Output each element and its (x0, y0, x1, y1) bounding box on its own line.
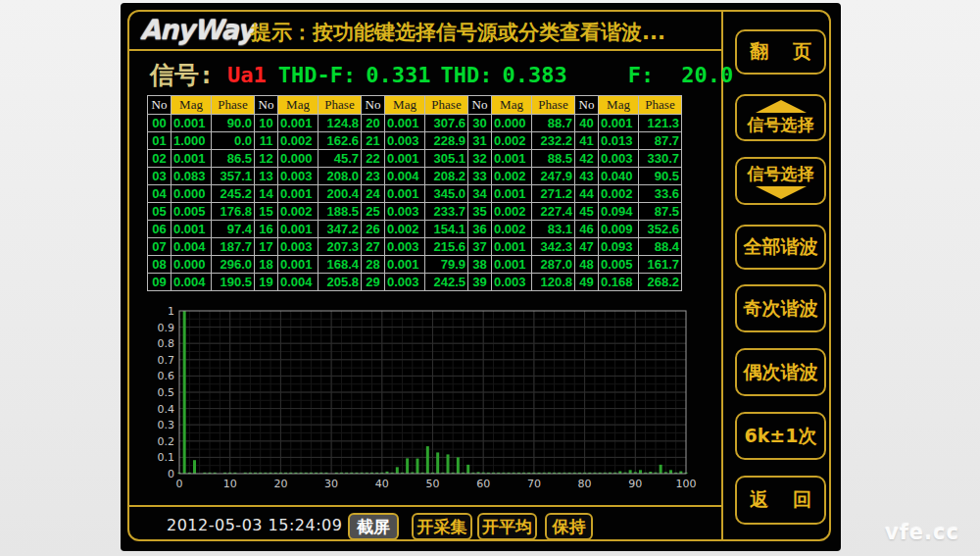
harmonic-phase: 305.1 (425, 150, 468, 168)
harmonic-no: 16 (255, 221, 278, 238)
table-row: 070.004187.7170.003207.3270.003215.6370.… (148, 238, 682, 256)
return-button[interactable]: 返回 (735, 476, 826, 525)
frequency-value: 20.0 (681, 63, 733, 87)
button-label: 全部谐波 (744, 234, 818, 260)
arrow-up-icon (756, 100, 807, 113)
harmonic-phase: 187.7 (212, 238, 255, 256)
svg-text:0.1: 0.1 (158, 451, 175, 464)
col-header-no: No (575, 96, 599, 115)
harmonic-no: 36 (468, 221, 492, 238)
harmonic-no: 07 (148, 238, 172, 256)
thdf-value: 0.331 (366, 63, 430, 87)
harmonic-mag: 0.003 (385, 274, 425, 291)
harmonic-phase: 87.5 (639, 203, 682, 221)
6k-plus-minus-1-button[interactable]: 6k±1次 (735, 412, 826, 460)
harmonic-no: 15 (255, 203, 278, 221)
col-header-mag: Mag (278, 96, 318, 115)
svg-text:0: 0 (168, 468, 174, 480)
col-header-no: No (148, 96, 172, 115)
harmonic-mag: 0.093 (599, 238, 639, 256)
harmonic-mag: 0.001 (278, 256, 318, 274)
screenshot-button[interactable]: 截屏 (348, 513, 399, 540)
harmonic-mag: 0.001 (385, 115, 425, 132)
table-row: 060.00197.4160.001347.2260.002154.1360.0… (148, 221, 682, 238)
harmonic-phase: 83.1 (532, 221, 575, 238)
harmonic-no: 18 (255, 256, 278, 274)
harmonic-mag: 0.001 (492, 150, 532, 168)
col-header-phase: Phase (425, 96, 468, 115)
harmonic-mag: 0.002 (278, 203, 318, 221)
hold-button[interactable]: 保持 (545, 513, 593, 540)
harmonic-no: 06 (148, 221, 172, 238)
table-row: 050.005176.8150.002188.5250.003233.7350.… (148, 203, 682, 221)
harmonic-no: 05 (148, 203, 172, 221)
harmonic-no: 08 (148, 256, 172, 274)
harmonic-no: 45 (575, 203, 599, 221)
harmonic-no: 29 (362, 274, 385, 291)
signal-select-up-button[interactable]: 信号选择 (735, 94, 826, 141)
harmonic-phase: 342.3 (532, 238, 575, 256)
harmonic-no: 14 (255, 185, 278, 203)
svg-text:1: 1 (168, 305, 174, 318)
button-char: 回 (793, 487, 811, 513)
table-row: 040.000245.2140.001200.4240.001345.0340.… (148, 185, 682, 203)
harmonic-no: 10 (255, 115, 278, 132)
svg-text:0.3: 0.3 (158, 419, 175, 431)
harmonic-phase: 88.5 (532, 150, 575, 168)
col-header-phase: Phase (532, 96, 575, 115)
col-header-phase: Phase (639, 96, 682, 115)
svg-text:30: 30 (324, 478, 338, 490)
harmonic-phase: 268.2 (639, 274, 682, 291)
table-row: 090.004190.5190.004205.8290.003242.5390.… (148, 274, 682, 291)
table-header-row: NoMagPhaseNoMagPhaseNoMagPhaseNoMagPhase… (148, 96, 682, 115)
harmonic-no: 01 (148, 132, 172, 150)
harmonic-phase: 242.5 (425, 274, 468, 291)
harmonic-mag: 0.001 (278, 221, 318, 238)
harmonic-no: 03 (148, 168, 172, 185)
harmonic-no: 21 (362, 132, 385, 150)
harmonic-phase: 90.5 (639, 168, 682, 185)
harmonic-mag: 0.002 (492, 221, 532, 238)
harmonic-no: 13 (255, 168, 278, 185)
page-turn-button[interactable]: 翻页 (735, 29, 826, 75)
harmonic-mag: 0.001 (278, 115, 318, 132)
harmonic-mag: 0.002 (492, 203, 532, 221)
harmonic-phase: 162.6 (318, 132, 362, 150)
harmonic-phase: 296.0 (212, 256, 255, 274)
even-harmonics-button[interactable]: 偶次谐波 (735, 348, 826, 396)
table-row: 011.0000.0110.002162.6210.003228.9310.00… (148, 132, 682, 150)
harmonic-phase: 97.4 (212, 221, 255, 238)
svg-text:20: 20 (273, 478, 287, 490)
harmonic-mag: 0.003 (278, 238, 318, 256)
signal-select-down-button[interactable]: 信号选择 (735, 157, 826, 205)
harmonic-phase: 87.7 (639, 132, 682, 150)
harmonics-table: NoMagPhaseNoMagPhaseNoMagPhaseNoMagPhase… (147, 95, 682, 291)
odd-harmonics-button[interactable]: 奇次谐波 (735, 284, 826, 332)
start-acquisition-button[interactable]: 开采集 (412, 513, 472, 540)
start-averaging-button[interactable]: 开平均 (477, 513, 537, 540)
col-header-phase: Phase (212, 96, 255, 115)
harmonic-mag: 0.001 (385, 150, 425, 168)
harmonic-mag: 0.000 (172, 185, 212, 203)
svg-text:90: 90 (628, 478, 642, 490)
harmonic-no: 43 (575, 168, 599, 185)
harmonic-mag: 0.001 (172, 150, 212, 168)
harmonic-no: 42 (575, 150, 599, 168)
svg-text:0.2: 0.2 (158, 435, 175, 448)
harmonic-mag: 0.004 (172, 274, 212, 291)
harmonic-phase: 121.3 (639, 115, 682, 132)
harmonic-phase: 168.4 (318, 256, 362, 274)
harmonic-mag: 0.004 (278, 274, 318, 291)
button-label: 信号选择 (748, 114, 814, 136)
harmonic-no: 31 (468, 132, 492, 150)
harmonic-no: 19 (255, 274, 278, 291)
button-label: 信号选择 (748, 163, 814, 185)
harmonic-phase: 232.2 (532, 132, 575, 150)
all-harmonics-button[interactable]: 全部谐波 (735, 225, 826, 270)
table-row: 030.083357.1130.003208.0230.004208.2330.… (148, 168, 682, 185)
harmonic-no: 44 (575, 185, 599, 203)
harmonic-no: 23 (362, 168, 385, 185)
harmonics-bar-chart: 00.10.20.30.40.50.60.70.80.9101020304050… (147, 302, 710, 498)
harmonic-phase: 330.7 (639, 150, 682, 168)
harmonic-mag: 0.001 (492, 185, 532, 203)
